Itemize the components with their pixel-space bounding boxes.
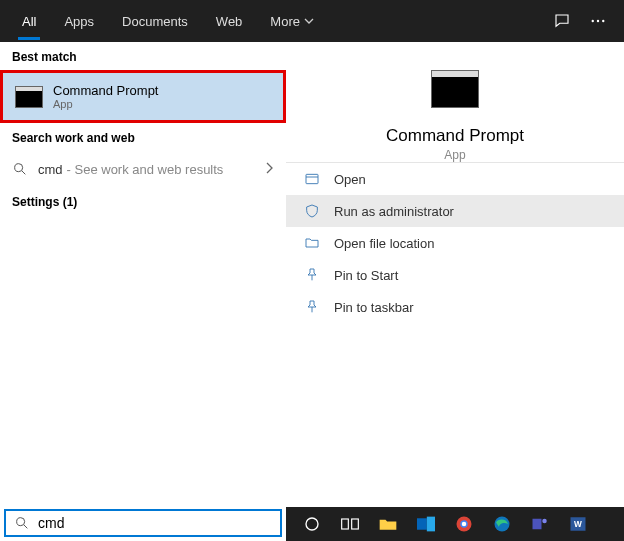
taskbar-cortana-icon[interactable]	[296, 510, 328, 538]
svg-rect-11	[417, 518, 427, 529]
tab-label: All	[22, 14, 36, 29]
svg-point-16	[495, 517, 510, 532]
svg-point-18	[542, 519, 547, 524]
search-input[interactable]	[38, 515, 280, 531]
preview-app-icon	[431, 70, 479, 108]
svg-line-4	[22, 171, 25, 174]
search-icon	[14, 515, 30, 531]
svg-point-8	[306, 518, 318, 530]
svg-rect-5	[306, 174, 318, 183]
svg-rect-12	[427, 517, 435, 532]
tab-more[interactable]: More	[256, 0, 328, 42]
svg-rect-10	[352, 519, 359, 529]
svg-point-2	[602, 20, 604, 22]
taskbar-app-outlook[interactable]	[410, 510, 442, 538]
feedback-icon[interactable]	[544, 0, 580, 42]
tab-documents[interactable]: Documents	[108, 0, 202, 42]
folder-icon	[304, 235, 320, 251]
taskbar-app-teams[interactable]	[524, 510, 556, 538]
tab-label: More	[270, 14, 300, 29]
taskbar-app-chrome[interactable]	[448, 510, 480, 538]
svg-point-3	[15, 164, 23, 172]
taskbar: W	[286, 507, 624, 541]
preview-title: Command Prompt	[386, 126, 524, 146]
tab-label: Apps	[64, 14, 94, 29]
result-title: Command Prompt	[53, 83, 158, 98]
action-pin-to-taskbar[interactable]: Pin to taskbar	[286, 291, 624, 323]
tab-all[interactable]: All	[8, 0, 50, 42]
action-label: Open file location	[334, 236, 434, 251]
admin-shield-icon	[304, 203, 320, 219]
best-match-result[interactable]: Command Prompt App	[0, 70, 286, 123]
svg-point-0	[592, 20, 594, 22]
action-label: Open	[334, 172, 366, 187]
search-query: cmd	[38, 162, 63, 177]
taskbar-task-view-icon[interactable]	[334, 510, 366, 538]
settings-label: Settings (1)	[12, 195, 77, 209]
search-web-header: Search work and web	[0, 123, 286, 151]
taskbar-app-explorer[interactable]	[372, 510, 404, 538]
tab-apps[interactable]: Apps	[50, 0, 108, 42]
action-label: Pin to Start	[334, 268, 398, 283]
tab-label: Documents	[122, 14, 188, 29]
action-label: Run as administrator	[334, 204, 454, 219]
svg-line-7	[24, 525, 27, 528]
more-options-icon[interactable]	[580, 0, 616, 42]
action-label: Pin to taskbar	[334, 300, 414, 315]
search-web-row[interactable]: cmd - See work and web results	[0, 151, 286, 187]
search-input-container[interactable]	[4, 509, 282, 537]
best-match-header: Best match	[0, 42, 286, 70]
svg-point-15	[462, 522, 467, 527]
result-subtitle: App	[53, 98, 158, 110]
chevron-down-icon	[304, 14, 314, 29]
search-icon	[12, 161, 28, 177]
action-pin-to-start[interactable]: Pin to Start	[286, 259, 624, 291]
svg-rect-9	[342, 519, 349, 529]
preview-subtitle: App	[444, 148, 465, 162]
action-run-as-admin[interactable]: Run as administrator	[286, 195, 624, 227]
tab-web[interactable]: Web	[202, 0, 257, 42]
action-open-file-location[interactable]: Open file location	[286, 227, 624, 259]
action-open[interactable]: Open	[286, 163, 624, 195]
chevron-right-icon	[264, 162, 274, 177]
svg-point-1	[597, 20, 599, 22]
open-icon	[304, 171, 320, 187]
tab-label: Web	[216, 14, 243, 29]
search-hint: - See work and web results	[67, 162, 224, 177]
pin-icon	[304, 267, 320, 283]
svg-rect-17	[533, 519, 542, 530]
svg-text:W: W	[574, 520, 582, 529]
taskbar-app-edge[interactable]	[486, 510, 518, 538]
svg-point-6	[17, 518, 25, 526]
taskbar-app-word[interactable]: W	[562, 510, 594, 538]
settings-row[interactable]: Settings (1)	[0, 187, 286, 217]
pin-icon	[304, 299, 320, 315]
command-prompt-icon	[15, 86, 43, 108]
